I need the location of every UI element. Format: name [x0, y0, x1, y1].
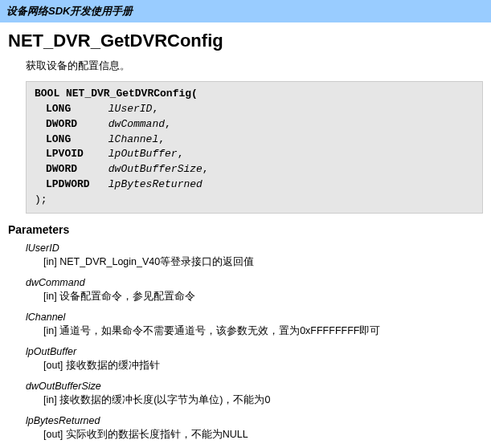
parameter-block: lpBytesReturned[out] 实际收到的数据长度指针，不能为NULL	[26, 415, 483, 442]
signature-param-type: DWORD	[35, 162, 102, 177]
signature-param-type: DWORD	[35, 117, 102, 132]
signature-param-name: dwOutBufferSize	[108, 163, 203, 175]
signature-param: LPDWORD lpBytesReturned	[35, 177, 474, 193]
parameter-name: lUserID	[26, 242, 483, 254]
signature-param-name: dwCommand	[108, 118, 165, 130]
signature-param: LPVOID lpOutBuffer,	[35, 147, 474, 162]
signature-param-name: lpBytesReturned	[108, 178, 203, 190]
parameter-name: lpBytesReturned	[26, 415, 483, 426]
signature-close: );	[35, 193, 47, 206]
parameter-block: lpOutBuffer[out] 接收数据的缓冲指针	[26, 346, 483, 373]
signature-param: DWORD dwCommand,	[35, 117, 474, 132]
parameters-list: lUserID[in] NET_DVR_Login_V40等登录接口的返回值dw…	[26, 242, 483, 442]
signature-param-type: LONG	[35, 102, 102, 117]
parameter-description: [in] 设备配置命令，参见配置命令	[43, 290, 483, 303]
parameter-name: dwOutBufferSize	[26, 381, 483, 392]
page-content: NET_DVR_GetDVRConfig 获取设备的配置信息。 BOOL NET…	[0, 22, 491, 448]
breadcrumb: 设备网络SDK开发使用手册	[6, 5, 133, 17]
signature-param: DWORD dwOutBufferSize,	[35, 162, 474, 177]
parameter-description: [in] 接收数据的缓冲长度(以字节为单位)，不能为0	[43, 393, 483, 407]
breadcrumb-bar: 设备网络SDK开发使用手册	[0, 0, 491, 22]
parameter-name: lChannel	[26, 312, 483, 323]
function-summary: 获取设备的配置信息。	[26, 59, 483, 73]
parameters-heading: Parameters	[8, 223, 483, 236]
signature-param-type: LPDWORD	[35, 177, 102, 193]
parameter-block: dwOutBufferSize[in] 接收数据的缓冲长度(以字节为单位)，不能…	[26, 381, 483, 407]
signature-open: BOOL NET_DVR_GetDVRConfig(	[35, 88, 198, 100]
signature-param-type: LPVOID	[35, 147, 102, 162]
signature-param: LONG lChannel,	[35, 132, 474, 148]
parameter-block: lChannel[in] 通道号，如果命令不需要通道号，该参数无效，置为0xFF…	[26, 312, 483, 338]
signature-param-name: lUserID	[108, 103, 153, 115]
signature-param-name: lpOutBuffer	[108, 148, 178, 160]
parameter-description: [in] 通道号，如果命令不需要通道号，该参数无效，置为0xFFFFFFFF即可	[43, 324, 483, 338]
function-signature: BOOL NET_DVR_GetDVRConfig( LONG lUserID,…	[26, 81, 483, 214]
parameter-name: lpOutBuffer	[26, 346, 483, 357]
parameter-description: [out] 实际收到的数据长度指针，不能为NULL	[43, 428, 483, 442]
parameter-block: lUserID[in] NET_DVR_Login_V40等登录接口的返回值	[26, 242, 483, 269]
parameter-name: dwCommand	[26, 277, 483, 288]
parameter-description: [in] NET_DVR_Login_V40等登录接口的返回值	[43, 255, 483, 269]
signature-param-name: lChannel	[108, 133, 158, 145]
parameter-description: [out] 接收数据的缓冲指针	[43, 359, 483, 373]
parameter-block: dwCommand[in] 设备配置命令，参见配置命令	[26, 277, 483, 303]
signature-param: LONG lUserID,	[35, 102, 474, 117]
page-title: NET_DVR_GetDVRConfig	[8, 31, 483, 51]
signature-param-type: LONG	[35, 132, 102, 148]
